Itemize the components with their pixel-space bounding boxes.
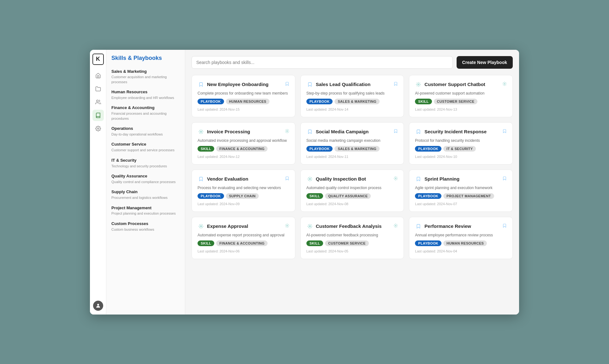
card-type-icon bbox=[415, 81, 422, 88]
bookmark-icon[interactable] bbox=[502, 223, 507, 229]
sidebar-item-desc: Customer acquisition and marketing proce… bbox=[111, 75, 180, 84]
card-header: Performance Review bbox=[415, 223, 507, 230]
tag-skill: SKILL bbox=[306, 240, 323, 246]
tag-playbook: PLAYBOOK bbox=[198, 193, 224, 199]
svg-point-2 bbox=[97, 304, 99, 306]
bookmark-icon[interactable] bbox=[393, 223, 398, 229]
tag-playbook: PLAYBOOK bbox=[306, 146, 333, 152]
sidebar-item-custom-processes[interactable]: Custom Processes Custom business workflo… bbox=[106, 219, 185, 234]
bookmark-icon[interactable] bbox=[285, 82, 289, 87]
card-title: Customer Support Chatbot bbox=[424, 82, 485, 87]
card-4[interactable]: Social Media Campaign Social media marke… bbox=[300, 122, 404, 165]
card-type-icon bbox=[306, 128, 313, 135]
card-title-row: New Employee Onboarding bbox=[198, 81, 269, 88]
card-7[interactable]: Quality Inspection Bot Automated quality… bbox=[300, 170, 404, 212]
sidebar-item-project-management[interactable]: Project Management Project planning and … bbox=[106, 203, 185, 219]
card-11[interactable]: Performance Review Annual employee perfo… bbox=[409, 217, 513, 259]
card-header: Security Incident Response bbox=[415, 128, 507, 135]
card-desc: Social media marketing campaign executio… bbox=[306, 138, 398, 143]
bookmark-icon[interactable] bbox=[502, 129, 507, 134]
nav-folder-button[interactable] bbox=[92, 83, 104, 95]
card-header: Quality Inspection Bot bbox=[306, 176, 398, 182]
card-type-icon bbox=[198, 176, 204, 182]
sidebar-item-desc: Quality control and compliance processes bbox=[111, 180, 180, 184]
sidebar-item-customer-service[interactable]: Customer Service Customer support and se… bbox=[106, 139, 185, 155]
icon-bar: K bbox=[90, 50, 106, 315]
card-date: Last updated: 2024-Nov-09 bbox=[198, 202, 289, 206]
bookmark-icon[interactable] bbox=[285, 176, 289, 182]
card-title-row: Expense Approval bbox=[198, 223, 248, 230]
create-playbook-button[interactable]: Create New Playbook bbox=[457, 56, 513, 69]
card-1[interactable]: Sales Lead Qualification Step-by-step pr… bbox=[300, 75, 404, 117]
sidebar-item-operations[interactable]: Operations Day-to-day operational workfl… bbox=[106, 124, 185, 139]
card-header: Vendor Evaluation bbox=[198, 176, 289, 182]
sidebar-item-finance-accounting[interactable]: Finance & Accounting Financial processes… bbox=[106, 103, 185, 124]
svg-point-11 bbox=[309, 226, 310, 227]
card-tags: SKILLQUALITY ASSURANCE bbox=[306, 193, 398, 199]
sidebar-item-name: Custom Processes bbox=[111, 221, 180, 227]
sidebar-item-name: Human Resources bbox=[111, 90, 180, 95]
card-5[interactable]: Security Incident Response Protocol for … bbox=[409, 122, 513, 165]
bookmark-icon[interactable] bbox=[285, 223, 289, 229]
card-6[interactable]: Vendor Evaluation Process for evaluating… bbox=[192, 170, 295, 212]
card-title-row: Quality Inspection Bot bbox=[306, 176, 366, 182]
bookmark-icon[interactable] bbox=[502, 82, 507, 87]
sidebar-item-name: Operations bbox=[111, 126, 180, 131]
tag-playbook: PLAYBOOK bbox=[306, 99, 333, 104]
bookmark-icon[interactable] bbox=[393, 129, 398, 134]
sidebar-item-human-resources[interactable]: Human Resources Employee onboarding and … bbox=[106, 87, 185, 103]
tag-finance: FINANCE & ACCOUNTING bbox=[216, 240, 268, 246]
nav-book-button[interactable] bbox=[92, 110, 104, 121]
search-input[interactable] bbox=[192, 56, 453, 69]
card-desc: Automated invoice processing and approva… bbox=[198, 138, 289, 143]
bookmark-icon[interactable] bbox=[393, 176, 398, 182]
card-tags: PLAYBOOKHUMAN RESOURCES bbox=[198, 99, 289, 104]
tag-hr: HUMAN RESOURCES bbox=[226, 99, 269, 104]
sidebar-title: Skills & Playbooks bbox=[111, 55, 180, 61]
bookmark-icon[interactable] bbox=[502, 176, 507, 182]
card-desc: Protocol for handling security incidents bbox=[415, 138, 507, 143]
tag-playbook: PLAYBOOK bbox=[415, 146, 441, 152]
bookmark-icon[interactable] bbox=[393, 82, 398, 87]
card-date: Last updated: 2024-Nov-14 bbox=[306, 107, 398, 111]
card-date: Last updated: 2024-Nov-12 bbox=[198, 155, 289, 159]
card-2[interactable]: Customer Support Chatbot AI-powered cust… bbox=[409, 75, 513, 117]
nav-people-button[interactable] bbox=[92, 96, 104, 108]
card-tags: PLAYBOOKIT & SECURITY bbox=[415, 146, 507, 152]
sidebar-header: Skills & Playbooks bbox=[106, 55, 185, 66]
sidebar-item-quality-assurance[interactable]: Quality Assurance Quality control and co… bbox=[106, 171, 185, 187]
svg-point-9 bbox=[200, 226, 202, 227]
card-header: Sales Lead Qualification bbox=[306, 81, 398, 88]
card-10[interactable]: Customer Feedback Analysis AI-powered cu… bbox=[300, 217, 404, 259]
card-title-row: Security Incident Response bbox=[415, 128, 487, 135]
card-desc: Annual employee performance review proce… bbox=[415, 232, 507, 238]
card-title-row: Invoice Processing bbox=[198, 128, 250, 135]
sidebar-item-name: Supply Chain bbox=[111, 189, 180, 195]
sidebar-item-supply-chain[interactable]: Supply Chain Procurement and logistics w… bbox=[106, 187, 185, 203]
sidebar-item-desc: Financial processes and accounting proce… bbox=[111, 111, 180, 121]
user-avatar[interactable] bbox=[93, 301, 103, 311]
sidebar-item-sales-marketing[interactable]: Sales & Marketing Customer acquisition a… bbox=[106, 66, 185, 87]
nav-home-button[interactable] bbox=[92, 70, 104, 81]
sidebar-item-it-security[interactable]: IT & Security Technology and security pr… bbox=[106, 155, 185, 171]
card-header: Customer Support Chatbot bbox=[415, 81, 507, 88]
card-desc: Process for evaluating and selecting new… bbox=[198, 185, 289, 191]
bookmark-icon[interactable] bbox=[285, 129, 289, 134]
card-title-row: Customer Feedback Analysis bbox=[306, 223, 382, 230]
card-title-row: Sprint Planning bbox=[415, 176, 459, 182]
tag-skill: SKILL bbox=[306, 193, 323, 199]
card-9[interactable]: Expense Approval Automated expense repor… bbox=[192, 217, 295, 259]
sidebar-item-name: Finance & Accounting bbox=[111, 105, 180, 111]
card-desc: AI-powered customer support automation bbox=[415, 90, 507, 96]
card-0[interactable]: New Employee Onboarding Complete process… bbox=[192, 75, 295, 117]
card-8[interactable]: Sprint Planning Agile sprint planning an… bbox=[409, 170, 513, 212]
card-date: Last updated: 2024-Nov-13 bbox=[415, 107, 507, 111]
card-header: New Employee Onboarding bbox=[198, 81, 289, 88]
sidebar-item-name: IT & Security bbox=[111, 158, 180, 163]
svg-point-10 bbox=[287, 225, 288, 226]
nav-settings-button[interactable] bbox=[92, 123, 104, 134]
sidebar-item-desc: Custom business workflows bbox=[111, 227, 180, 232]
card-title-row: Social Media Campaign bbox=[306, 128, 369, 135]
tag-skill: SKILL bbox=[198, 146, 214, 152]
card-3[interactable]: Invoice Processing Automated invoice pro… bbox=[192, 122, 295, 165]
